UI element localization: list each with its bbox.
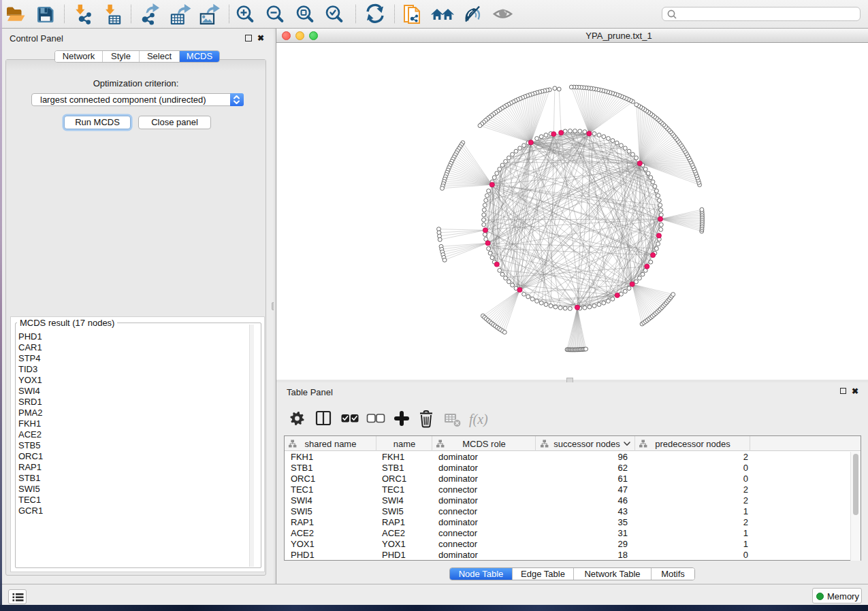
svg-text:f(x): f(x)	[469, 412, 488, 427]
